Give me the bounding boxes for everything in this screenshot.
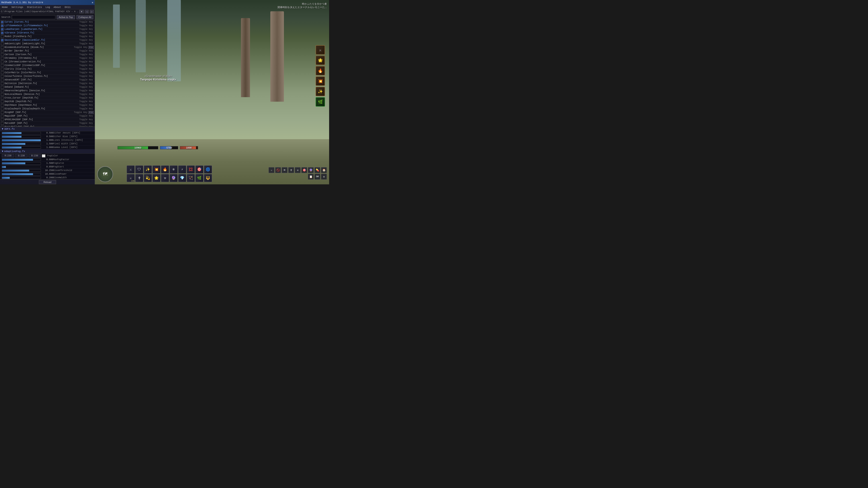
effect-checkbox[interactable] xyxy=(1,71,4,74)
skill-icon-6[interactable]: 🌿 xyxy=(315,97,325,107)
effect-checkbox[interactable] xyxy=(1,68,4,70)
effect-checkbox[interactable] xyxy=(1,119,4,121)
effect-checkbox[interactable] xyxy=(1,111,4,114)
nav-icon-2[interactable]: 🚫 xyxy=(275,167,281,173)
action-15[interactable]: ⚒ xyxy=(161,174,169,182)
effect-checkbox[interactable] xyxy=(1,50,4,53)
effect-checkbox[interactable]: ✓ xyxy=(1,32,4,34)
skill-icon-2[interactable]: 🌟 xyxy=(315,56,325,65)
fog-color-swatch[interactable] xyxy=(42,154,45,158)
effect-checkbox[interactable] xyxy=(1,78,4,81)
action-2[interactable]: 🛡 xyxy=(135,165,143,173)
action-bar[interactable]: ⚔ 🛡 ✨ 💥 🔥 ❄ ⚡ 💢 🎯 🌀 ⚔x10 🗡 💫 🌟 ⚒ 🔮 💎 🏹 🌿… xyxy=(127,165,217,182)
close-button[interactable]: ✕ xyxy=(92,1,93,4)
action-1[interactable]: ⚔ xyxy=(127,165,135,173)
right-skill-panel[interactable]: ⚔ 🌟 🔥 💥 ✨ 🌿 xyxy=(315,45,327,107)
nav-icon-4[interactable]: 🗡 xyxy=(288,167,294,173)
action-6[interactable]: ❄ xyxy=(169,165,178,173)
skill-icon-3[interactable]: 🔥 xyxy=(315,66,325,75)
effect-checkbox[interactable] xyxy=(1,64,4,67)
effect-checkbox[interactable] xyxy=(1,75,4,78)
param-slider[interactable] xyxy=(2,132,41,134)
menu-settings[interactable]: Settings xyxy=(10,6,24,9)
search-input[interactable] xyxy=(12,15,55,19)
nav-icon-12[interactable]: ⚙ xyxy=(321,174,327,180)
skill-icon-1[interactable]: ⚔ xyxy=(315,45,325,55)
3dfx-section-header[interactable]: ▼ 3DFX.fx xyxy=(0,127,95,131)
effect-checkbox[interactable]: ✓ xyxy=(1,24,4,27)
fog-g-channel[interactable]: G:230 xyxy=(15,154,28,158)
path-forward-button[interactable]: ▷ xyxy=(90,10,94,13)
param-slider[interactable] xyxy=(2,159,41,161)
adaptivefog-section-header[interactable]: ▼ AdaptiveFog.fx xyxy=(0,149,95,154)
param-slider[interactable] xyxy=(2,147,41,149)
nav-icon-5[interactable]: ⚒ xyxy=(295,167,301,173)
effect-checkbox[interactable] xyxy=(1,97,4,99)
action-18[interactable]: 🏹 xyxy=(187,174,195,182)
fog-r-channel[interactable]: R:230 xyxy=(2,154,14,158)
skill-icon-4[interactable]: 💥 xyxy=(315,76,325,86)
nav-icon-7[interactable]: 🔮 xyxy=(308,167,314,173)
skill-icon-5[interactable]: ✨ xyxy=(315,87,325,96)
action-5[interactable]: 🔥 xyxy=(161,165,169,173)
effect-checkbox[interactable] xyxy=(1,53,4,56)
effect-checkbox[interactable] xyxy=(1,90,4,92)
param-slider[interactable] xyxy=(2,177,41,179)
menu-about[interactable]: About xyxy=(53,6,62,9)
effect-checkbox[interactable] xyxy=(1,82,4,85)
effect-checkbox[interactable] xyxy=(1,104,4,107)
effect-checkbox[interactable] xyxy=(1,100,4,103)
effect-checkbox[interactable] xyxy=(1,86,4,89)
menu-dx11[interactable]: DX11 xyxy=(64,6,71,9)
nav-right-bar[interactable]: ⚔ 🚫 👁 🗡 ⚒ 🎯 🔮 💊 🏠 📋 🗺 ⚙ xyxy=(264,167,327,180)
param-slider[interactable] xyxy=(2,173,41,175)
param-slider[interactable] xyxy=(2,166,41,168)
effect-checkbox[interactable] xyxy=(1,57,4,60)
action-16[interactable]: 🔮 xyxy=(169,174,178,182)
effect-checkbox[interactable] xyxy=(1,107,4,110)
effect-checkbox[interactable]: ✓ xyxy=(1,21,4,24)
active-to-top-button[interactable]: Active to Top xyxy=(57,15,75,19)
nav-icon-9[interactable]: 🏠 xyxy=(321,167,327,173)
effect-checkbox[interactable] xyxy=(1,35,4,38)
effect-checkbox[interactable] xyxy=(1,122,4,125)
minimap[interactable]: 🗺 xyxy=(97,166,113,182)
action-9[interactable]: 🎯 xyxy=(195,165,204,173)
action-3[interactable]: ✨ xyxy=(144,165,152,173)
param-slider[interactable] xyxy=(2,162,41,164)
effect-checkbox[interactable] xyxy=(1,93,4,96)
action-17[interactable]: 💎 xyxy=(178,174,186,182)
effect-checkbox[interactable] xyxy=(1,42,4,45)
menu-statistics[interactable]: Statistics xyxy=(26,6,43,9)
effect-checkbox[interactable]: ✓ xyxy=(1,39,4,41)
reload-button[interactable]: Reload xyxy=(39,180,56,184)
path-dropdown-button[interactable]: ▼ xyxy=(79,10,84,13)
action-12[interactable]: 🗡 xyxy=(135,174,143,182)
fog-b-channel[interactable]: B:230 xyxy=(29,154,41,158)
menu-log[interactable]: Log xyxy=(44,6,51,9)
path-back-button[interactable]: ◁ xyxy=(85,10,89,13)
nav-icon-8[interactable]: 💊 xyxy=(314,167,320,173)
action-10[interactable]: 🌀 xyxy=(204,165,212,173)
nav-icon-6[interactable]: 🎯 xyxy=(301,167,307,173)
effect-checkbox[interactable] xyxy=(1,46,4,49)
effect-checkbox[interactable] xyxy=(1,61,4,63)
action-13[interactable]: 💫 xyxy=(144,174,152,182)
nav-icon-11[interactable]: 🗺 xyxy=(314,174,320,180)
action-11[interactable]: ⚔x10 xyxy=(127,174,135,182)
action-19[interactable]: 🌿 xyxy=(195,174,204,182)
action-7[interactable]: ⚡ xyxy=(178,165,186,173)
action-20[interactable]: 🔱 xyxy=(204,174,212,182)
param-slider[interactable] xyxy=(2,135,41,138)
effect-checkbox[interactable] xyxy=(1,115,4,118)
collapse-all-button[interactable]: Collapse All xyxy=(76,15,93,19)
param-slider[interactable] xyxy=(2,169,41,172)
action-8[interactable]: 💢 xyxy=(187,165,195,173)
nav-icon-1[interactable]: ⚔ xyxy=(269,167,274,173)
nav-icon-10[interactable]: 📋 xyxy=(308,174,314,180)
param-slider[interactable] xyxy=(2,143,41,145)
param-slider[interactable] xyxy=(2,139,41,141)
nav-icon-3[interactable]: 👁 xyxy=(282,167,287,173)
effect-checkbox[interactable]: ✓ xyxy=(1,28,4,31)
menu-home[interactable]: Home xyxy=(1,6,8,9)
